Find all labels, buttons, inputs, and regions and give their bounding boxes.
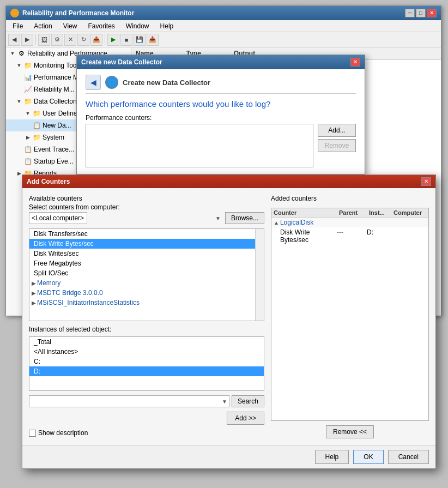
- app-icon: [10, 9, 19, 17]
- save-button[interactable]: 💾: [134, 34, 146, 46]
- monitoring-icon: 📁: [23, 61, 32, 70]
- minimize-button[interactable]: ─: [405, 9, 415, 17]
- counters-scrollbar[interactable]: [255, 229, 264, 321]
- new-da-icon: 📋: [32, 121, 41, 130]
- nav-back-button[interactable]: ◀: [86, 75, 101, 90]
- perf-counters-area: Add... Remove: [86, 124, 356, 167]
- perf-buttons: Add... Remove: [318, 124, 356, 152]
- left-panel: Available counters Select counters from …: [29, 195, 264, 438]
- import-button[interactable]: 📥: [147, 34, 159, 46]
- search-row: ▼ Search: [29, 395, 264, 407]
- counter-category-msdtc[interactable]: ▶ MSDTC Bridge 3.0.0.0: [29, 288, 264, 298]
- create-dialog: Create new Data Collector ✕ ◀ 🌐 Create n…: [76, 55, 365, 174]
- create-dialog-title-label: Create new Data Collector: [123, 79, 210, 87]
- create-dialog-nav: ◀ 🌐 Create new Data Collector: [86, 75, 356, 94]
- instance-c[interactable]: C:: [29, 357, 264, 366]
- right-panel: Added counters Counter Parent Inst... Co…: [271, 195, 429, 438]
- computer-select[interactable]: <Local computer>: [29, 212, 87, 224]
- logicaldisk-label: LogicalDisk: [280, 219, 313, 226]
- added-counters-section: Counter Parent Inst... Computer ▲ Logica…: [271, 208, 429, 421]
- add-button[interactable]: Add >>: [227, 412, 264, 425]
- logicaldisk-expand-icon: ▲: [274, 220, 279, 226]
- create-dialog-title: Create new Data Collector: [81, 58, 162, 66]
- counters-list: Disk Transfers/sec Disk Write Bytes/sec …: [29, 228, 264, 321]
- show-hide-button[interactable]: 🖼: [38, 34, 50, 46]
- menu-action[interactable]: Action: [29, 21, 56, 31]
- instances-section: Instances of selected object: _Total <Al…: [29, 326, 264, 391]
- add-counters-dialog: Add Counters ✕ Available counters Select…: [22, 174, 436, 469]
- menu-window[interactable]: Window: [122, 21, 154, 31]
- added-item-inst: D:: [367, 228, 391, 244]
- export-button[interactable]: 📤: [90, 34, 102, 46]
- ok-button[interactable]: OK: [353, 450, 383, 464]
- counter-category-memory[interactable]: ▶ Memory: [29, 278, 264, 288]
- select-from-label: Select counters from computer:: [29, 203, 264, 211]
- stop-button[interactable]: ■: [120, 34, 132, 46]
- counter-item-split-io[interactable]: Split IO/Sec: [29, 268, 264, 278]
- create-dialog-question: Which performance counters would you lik…: [86, 99, 356, 109]
- menu-file[interactable]: File: [8, 21, 27, 31]
- instance-total[interactable]: _Total: [29, 337, 264, 347]
- added-category-logicaldisk[interactable]: ▲ LogicalDisk: [271, 218, 428, 227]
- properties-button[interactable]: ⚙: [51, 34, 63, 46]
- event-trace-icon: 📋: [23, 145, 32, 154]
- menu-help[interactable]: Help: [156, 21, 178, 31]
- close-button[interactable]: ✕: [427, 9, 437, 17]
- show-desc-checkbox[interactable]: [29, 430, 36, 437]
- delete-button[interactable]: ✕: [64, 34, 76, 46]
- browse-button[interactable]: Browse...: [225, 212, 264, 224]
- counter-item-disk-writes[interactable]: Disk Writes/sec: [29, 249, 264, 258]
- search-button[interactable]: Search: [232, 395, 264, 407]
- user-defined-icon: 📁: [32, 109, 41, 118]
- nav-globe-icon: 🌐: [105, 76, 118, 89]
- bottom-buttons: Help OK Cancel: [22, 445, 435, 468]
- help-button[interactable]: Help: [315, 450, 349, 464]
- show-desc-row: Show description: [29, 429, 264, 437]
- cancel-button[interactable]: Cancel: [388, 450, 429, 464]
- add-counter-button[interactable]: Add...: [318, 124, 356, 137]
- col-header-inst: Inst...: [369, 209, 393, 216]
- create-dialog-titlebar: Create new Data Collector ✕: [77, 55, 365, 69]
- menu-favorites[interactable]: Favorites: [84, 21, 119, 31]
- added-col-header: Counter Parent Inst... Computer: [271, 208, 428, 218]
- remove-button[interactable]: Remove <<: [326, 425, 374, 438]
- reliability-icon: 📈: [23, 85, 32, 94]
- start-button[interactable]: ▶: [107, 34, 119, 46]
- counter-item-free-megabytes[interactable]: Free Megabytes: [29, 258, 264, 268]
- remove-counter-button[interactable]: Remove: [318, 139, 356, 152]
- window-controls: ─ □ ✕: [405, 9, 437, 17]
- refresh-button[interactable]: ↻: [77, 34, 89, 46]
- add-btn-row: Add >>: [29, 412, 264, 425]
- search-input[interactable]: [29, 395, 229, 407]
- restore-button[interactable]: □: [416, 9, 426, 17]
- msdtc-expand-icon: ▶: [32, 290, 36, 296]
- counter-category-msiscsi[interactable]: ▶ MSiSCSI_InitiatorInstanceStatistics: [29, 298, 264, 308]
- added-item-name: Disk Write Bytes/sec: [280, 228, 337, 244]
- counter-item-disk-write-bytes[interactable]: Disk Write Bytes/sec: [29, 239, 264, 249]
- instances-label: Instances of selected object:: [29, 326, 264, 333]
- added-item-parent: ---: [337, 228, 367, 244]
- create-dialog-body: ◀ 🌐 Create new Data Collector Which perf…: [77, 69, 365, 173]
- show-desc-label: Show description: [38, 429, 88, 437]
- toolbar: ◀ ▶ 🖼 ⚙ ✕ ↻ 📤 ▶ ■ 💾 📥: [6, 32, 441, 47]
- instance-d[interactable]: D:: [29, 366, 264, 376]
- add-counters-titlebar: Add Counters ✕: [22, 175, 435, 188]
- back-button[interactable]: ◀: [8, 34, 20, 46]
- create-dialog-close[interactable]: ✕: [350, 58, 360, 67]
- available-counters-label: Available counters: [29, 195, 264, 202]
- toolbar-separator-1: [35, 34, 36, 45]
- add-counters-close[interactable]: ✕: [421, 177, 431, 186]
- instance-all[interactable]: <All instances>: [29, 347, 264, 357]
- added-item-disk-write-bytes[interactable]: Disk Write Bytes/sec --- D:: [271, 227, 428, 245]
- main-title-bar: Reliability and Performance Monitor ─ □ …: [6, 6, 441, 20]
- memory-expand-icon: ▶: [32, 280, 36, 286]
- counter-item-disk-transfers[interactable]: Disk Transfers/sec: [29, 229, 264, 239]
- menu-view[interactable]: View: [59, 21, 82, 31]
- remove-btn-row: Remove <<: [271, 425, 429, 438]
- forward-button[interactable]: ▶: [21, 34, 33, 46]
- perf-monitor-icon: 📊: [23, 73, 32, 82]
- main-window-title: Reliability and Performance Monitor: [22, 9, 134, 17]
- add-counters-body: Available counters Select counters from …: [22, 188, 435, 445]
- search-select-wrapper: ▼: [29, 395, 229, 407]
- col-header-counter: Counter: [274, 209, 339, 216]
